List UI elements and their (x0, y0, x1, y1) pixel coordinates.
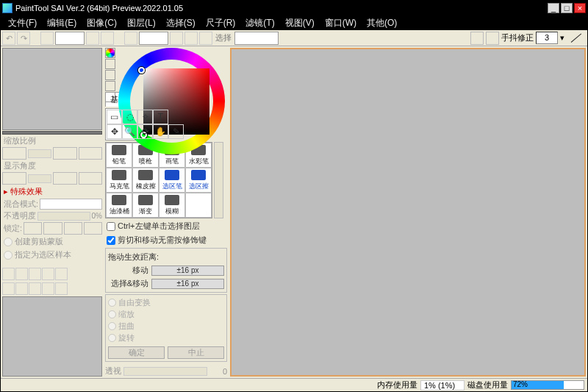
brush-渐变[interactable]: 渐变 (132, 193, 159, 218)
menu-view[interactable]: 视图(V) (281, 16, 319, 30)
tool-hand[interactable]: ✋ (153, 124, 168, 139)
new-linework-icon[interactable] (29, 268, 41, 280)
ctrl-click-checkbox[interactable] (107, 222, 115, 231)
radio-scale[interactable] (108, 310, 116, 318)
tool-move[interactable]: ✥ (107, 124, 122, 139)
zoom-minus[interactable] (2, 147, 26, 160)
colormode-scratch-icon[interactable] (105, 92, 115, 102)
selmove-value[interactable]: ±16 px (151, 279, 224, 289)
rotate-ccw-button[interactable] (124, 32, 137, 45)
ok-button[interactable]: 确定 (108, 346, 165, 359)
zoom-select[interactable] (55, 32, 85, 45)
brush-模糊[interactable]: 模糊 (159, 193, 185, 218)
radio-free[interactable] (108, 299, 116, 307)
tool-text[interactable]: T (153, 110, 168, 124)
stroke-preview-icon (570, 32, 586, 45)
colormode-hsv-icon[interactable] (105, 59, 115, 69)
colormode-wheel-icon[interactable] (105, 48, 115, 58)
stabilizer-value[interactable]: 3 (536, 32, 558, 44)
scale-label: 缩放 (118, 309, 135, 320)
opacity-slider[interactable] (37, 212, 90, 221)
undo-button[interactable] (2, 32, 15, 45)
navigator-bar[interactable] (2, 131, 102, 135)
radio-distort[interactable] (108, 322, 116, 330)
lock-a[interactable] (24, 222, 42, 235)
persp-slider[interactable] (123, 367, 207, 376)
radio-rotate[interactable] (108, 334, 116, 342)
angle-cw[interactable] (53, 172, 77, 185)
menu-file[interactable]: 文件(F) (4, 16, 41, 30)
brush-橡皮擦[interactable]: 橡皮擦 (132, 168, 159, 193)
toggle-b[interactable] (486, 32, 499, 45)
brush-选区笔[interactable]: 选区笔 (159, 168, 185, 193)
lock-d[interactable] (84, 222, 102, 235)
new-folder-icon[interactable] (15, 268, 28, 280)
fx-expand[interactable]: 特殊效果 (2, 185, 102, 198)
move-label: 移动 (108, 265, 148, 276)
maximize-button[interactable]: □ (561, 3, 573, 13)
angle-reset[interactable] (79, 172, 103, 185)
redo-button[interactable] (17, 32, 30, 45)
tool-eyedropper[interactable]: ✎ (168, 124, 184, 139)
tool-zoom[interactable]: 🔍 (122, 124, 137, 139)
delete-layer-icon[interactable] (42, 282, 54, 295)
layer-list[interactable] (2, 296, 102, 377)
brush-油漆桶[interactable]: 油漆桶 (106, 193, 132, 218)
toggle-a[interactable] (470, 32, 484, 45)
menu-image[interactable]: 图像(C) (82, 16, 121, 30)
menu-layer[interactable]: 图层(L) (123, 16, 160, 30)
zoom-reset-button[interactable] (101, 32, 114, 45)
clip-radio[interactable] (4, 238, 12, 246)
canvas[interactable] (230, 48, 586, 377)
menu-other[interactable]: 其他(O) (362, 16, 401, 30)
menu-ruler[interactable]: 尺子(R) (201, 16, 240, 30)
blend-mode-select[interactable] (40, 199, 102, 210)
mask-icon[interactable] (42, 268, 54, 280)
zoom-fit[interactable] (79, 147, 103, 160)
brush-马克笔[interactable]: 马克笔 (106, 168, 132, 193)
new-layer-icon[interactable] (2, 268, 15, 280)
tool-rotate[interactable]: ⟳ (137, 124, 153, 139)
zoom-out-button[interactable] (40, 32, 54, 45)
zoom-in-button[interactable] (86, 32, 99, 45)
angle-ccw[interactable] (2, 172, 26, 185)
layer-select[interactable] (234, 32, 279, 45)
tool-lasso[interactable]: ◌ (122, 110, 137, 124)
disk-progress: 72% (511, 380, 584, 390)
clear-icon[interactable] (55, 268, 68, 280)
menu-window[interactable]: 窗口(W) (320, 16, 361, 30)
sample-label: 指定为选区样本 (15, 249, 71, 260)
sample-radio[interactable] (4, 251, 12, 260)
transfer-icon[interactable] (29, 282, 41, 295)
stabilizer-dropdown-icon[interactable]: ▾ (560, 33, 567, 43)
move-value[interactable]: ±16 px (151, 266, 224, 276)
close-button[interactable]: × (574, 3, 586, 13)
menu-edit[interactable]: 编辑(E) (43, 16, 81, 30)
flatten-icon[interactable] (15, 282, 28, 295)
brush-empty[interactable] (185, 193, 212, 218)
minimize-button[interactable]: _ (548, 3, 559, 13)
hue-handle[interactable] (138, 67, 145, 74)
colormode-swatch-icon[interactable] (105, 81, 115, 91)
rotate-select[interactable] (139, 32, 168, 45)
rotate-reset-button[interactable] (184, 32, 198, 45)
persp-value: 0 (209, 367, 227, 376)
zoom-plus[interactable] (53, 147, 77, 160)
angle-slider[interactable] (28, 174, 52, 183)
navigator-thumbnail[interactable] (2, 48, 102, 130)
tool-rectselect[interactable]: ▭ (107, 110, 122, 124)
menu-filter[interactable]: 滤镜(T) (241, 16, 279, 30)
brush-选区擦[interactable]: 选区擦 (185, 168, 212, 193)
flip-h-button[interactable] (199, 32, 212, 45)
cut-move-checkbox[interactable] (107, 236, 115, 245)
tool-wand[interactable]: ✧ (137, 110, 153, 124)
rotate-cw-button[interactable] (170, 32, 183, 45)
cancel-button[interactable]: 中止 (168, 346, 224, 359)
clear-layer-icon[interactable] (55, 282, 68, 295)
merge-down-icon[interactable] (2, 282, 15, 295)
lock-b[interactable] (43, 222, 62, 235)
colormode-mixer-icon[interactable] (105, 70, 115, 80)
zoom-slider[interactable] (28, 149, 52, 158)
menu-select[interactable]: 选择(S) (162, 16, 200, 30)
lock-c[interactable] (64, 222, 82, 235)
